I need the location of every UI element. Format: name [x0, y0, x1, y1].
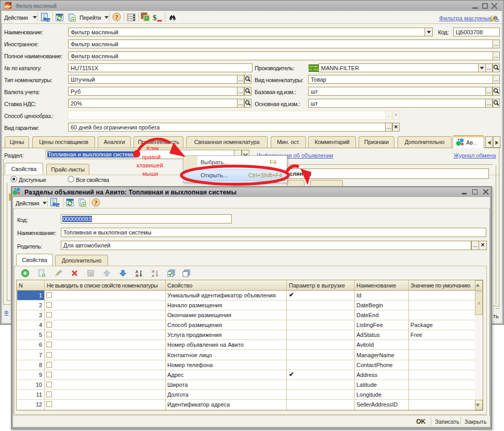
svg-text:OK: OK [89, 273, 93, 276]
svg-text:Я: Я [136, 273, 139, 278]
svg-text:?: ? [115, 14, 118, 21]
svg-text:А: А [152, 273, 155, 278]
svg-text:$: $ [153, 14, 157, 22]
svg-text:?: ? [95, 199, 98, 206]
svg-text:FILTER: FILTER [309, 68, 319, 71]
